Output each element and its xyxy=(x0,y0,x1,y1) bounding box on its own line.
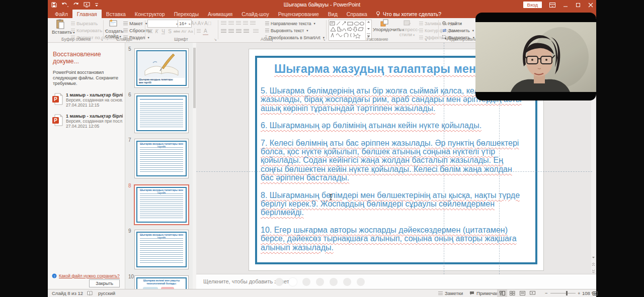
notes-pane[interactable]: Щелкните, чтобы добавить заметки xyxy=(196,274,596,289)
minimize-button[interactable] xyxy=(563,3,568,8)
slide-number: 10 xyxy=(128,274,134,279)
tab-design[interactable]: Конструктор xyxy=(130,10,170,18)
slide-thumbnail-10[interactable]: Шығарма көлемі мен уақыты технологиялай … xyxy=(134,275,189,289)
underline-button[interactable]: Ч xyxy=(160,28,166,35)
clipboard-dialog-launcher[interactable]: ↘ xyxy=(100,38,103,42)
paragraph[interactable]: 8. Шығарманың бөлімдері мен бөлшектеріні… xyxy=(261,191,524,217)
slide-thumbnail-8[interactable]: Шығарма жазудың талаптары мен тәртібі xyxy=(134,184,189,225)
tab-transitions[interactable]: Переходы xyxy=(170,10,203,18)
ribbon-display-options-icon[interactable] xyxy=(549,3,555,8)
tab-file[interactable]: Файл xyxy=(50,10,72,18)
scrollbar-thumb[interactable] xyxy=(193,48,196,108)
bullets-icon[interactable] xyxy=(221,21,226,26)
bold-button[interactable]: Ж xyxy=(147,28,153,35)
paragraph[interactable]: 7. Келесі бөлімнің аты бас әріппен жазыл… xyxy=(261,139,524,182)
columns-icon[interactable] xyxy=(253,29,259,34)
align-left-icon[interactable] xyxy=(221,29,226,34)
zoom-slider-track[interactable] xyxy=(550,293,576,293)
slide-thumbnail-5[interactable]: Шығарма жазудың талаптары мен тәртібі xyxy=(134,48,189,88)
shrink-font-button[interactable]: А˅ xyxy=(198,20,204,27)
paste-button[interactable]: Вставить xyxy=(52,19,69,35)
slide-number: 6 xyxy=(128,92,131,97)
zoom-in-button[interactable]: + xyxy=(578,289,581,297)
align-text-button[interactable]: Выровнять текст xyxy=(265,27,308,34)
align-right-icon[interactable] xyxy=(236,29,242,34)
paragraph-dialog-launcher[interactable]: ↘ xyxy=(323,38,326,42)
arrange-icon xyxy=(380,19,388,27)
find-button[interactable]: Найти xyxy=(442,20,462,27)
reset-button[interactable]: Сбросить xyxy=(123,27,150,34)
thumbnails-scrollbar[interactable] xyxy=(193,43,196,289)
grow-font-button[interactable]: А˄ xyxy=(191,20,197,27)
font-size-combo[interactable]: 16+▾ xyxy=(178,20,192,28)
slide-sorter-view-button[interactable] xyxy=(507,289,517,297)
slide-number-selected: 8 xyxy=(128,183,131,188)
tab-help[interactable]: Справка xyxy=(342,10,372,18)
slide-thumbnail-9[interactable]: Шығарма жазудың талаптары мен тәртібі xyxy=(134,230,189,269)
slide-counter[interactable]: Слайд 8 из 12 xyxy=(52,289,83,297)
maximize-button[interactable] xyxy=(576,3,581,8)
fit-to-window-button[interactable] xyxy=(593,289,598,297)
text-cursor xyxy=(328,193,334,201)
tell-me-box[interactable]: Что вы хотите сделать? xyxy=(372,10,445,18)
copy-button[interactable]: Копировать xyxy=(71,27,106,34)
slide-body-text[interactable]: 5. Шығарма бөлімдерінің аты бір жолға сы… xyxy=(261,86,524,260)
italic-button[interactable]: К xyxy=(154,28,159,35)
paragraph[interactable]: 6. Шығарманың әр бөлімінің атынан кейін … xyxy=(261,121,524,130)
language-indicator[interactable]: русский xyxy=(98,289,115,297)
font-dialog-launcher[interactable]: ↘ xyxy=(214,38,217,42)
normal-view-button[interactable] xyxy=(497,289,507,297)
font-name-combo[interactable]: ▾ xyxy=(147,20,179,28)
slide-thumbnail-6[interactable] xyxy=(134,93,189,133)
recovered-file-item[interactable]: P 1 мамыр - халықтар бірлігі... Версия, … xyxy=(52,114,123,129)
decrease-indent-icon[interactable] xyxy=(236,21,241,26)
text-direction-button[interactable]: Направление текста xyxy=(265,20,315,27)
increase-indent-icon[interactable] xyxy=(243,21,248,26)
arrange-button[interactable]: Упорядочить xyxy=(373,19,396,33)
character-spacing-button[interactable]: AV xyxy=(181,28,187,35)
line-spacing-icon[interactable] xyxy=(250,21,256,26)
replace-button[interactable]: Заменить xyxy=(442,27,474,34)
justify-icon[interactable] xyxy=(244,29,249,34)
recovery-close-button[interactable]: Закрыть xyxy=(89,279,120,287)
layout-button[interactable]: Макет xyxy=(123,20,147,27)
zoom-out-button[interactable]: − xyxy=(545,289,548,297)
webcam-overlay[interactable] xyxy=(475,13,596,101)
signin-button[interactable]: Вход xyxy=(523,2,542,8)
tab-animations[interactable]: Анимация xyxy=(203,10,237,18)
notes-toggle[interactable]: Заметки xyxy=(438,289,463,297)
tab-slideshow[interactable]: Слайд-шоу xyxy=(237,10,273,18)
view-switcher xyxy=(497,289,537,297)
new-slide-button[interactable]: Создать слайд xyxy=(105,19,121,39)
quick-styles-button[interactable]: Экспресс-стили xyxy=(397,19,417,38)
highlight-color-button[interactable] xyxy=(194,28,202,35)
reading-view-button[interactable] xyxy=(517,289,527,297)
paragraph[interactable]: 10. Егер шығарма авторы жоспарды дәйексө… xyxy=(261,226,524,252)
previous-slide-button[interactable] xyxy=(591,261,596,267)
text-shadow-button[interactable]: S xyxy=(167,28,173,35)
recovery-help-link[interactable]: Какой файл нужно сохранить? xyxy=(59,273,120,278)
scroll-down-icon[interactable] xyxy=(591,254,596,260)
drawing-dialog-launcher[interactable]: ↘ xyxy=(424,38,427,42)
cut-button[interactable]: Вырезать xyxy=(71,20,98,27)
close-button[interactable] xyxy=(588,3,593,8)
change-case-button[interactable]: Аа xyxy=(188,28,193,35)
thumbnail-text-lines xyxy=(140,147,183,173)
tab-view[interactable]: Вид xyxy=(324,10,342,18)
document-recovery-pane: Восстановление докуме... PowerPoint восс… xyxy=(48,43,125,289)
slideshow-view-button[interactable] xyxy=(527,289,537,297)
clear-formatting-button[interactable]: А⃫ xyxy=(204,20,211,27)
slide-thumbnail-7[interactable]: Шығарма жазудың талаптары мен тәртібі xyxy=(134,139,189,178)
recovered-file-item[interactable]: P 1 мамыр - халықтар бірлігі... Версия, … xyxy=(52,92,123,108)
numbering-icon[interactable] xyxy=(228,21,234,26)
replace-icon xyxy=(442,28,447,33)
spell-check-icon[interactable] xyxy=(87,289,93,297)
tab-home[interactable]: Главная xyxy=(72,10,102,18)
font-color-button[interactable]: А xyxy=(203,28,208,35)
cut-icon xyxy=(71,22,75,26)
strikethrough-button[interactable]: abc xyxy=(174,28,180,35)
tab-review[interactable]: Рецензирование xyxy=(274,10,324,18)
tab-insert[interactable]: Вставка xyxy=(102,10,130,18)
align-center-icon[interactable] xyxy=(228,29,234,34)
zoom-slider-thumb[interactable] xyxy=(566,291,568,295)
